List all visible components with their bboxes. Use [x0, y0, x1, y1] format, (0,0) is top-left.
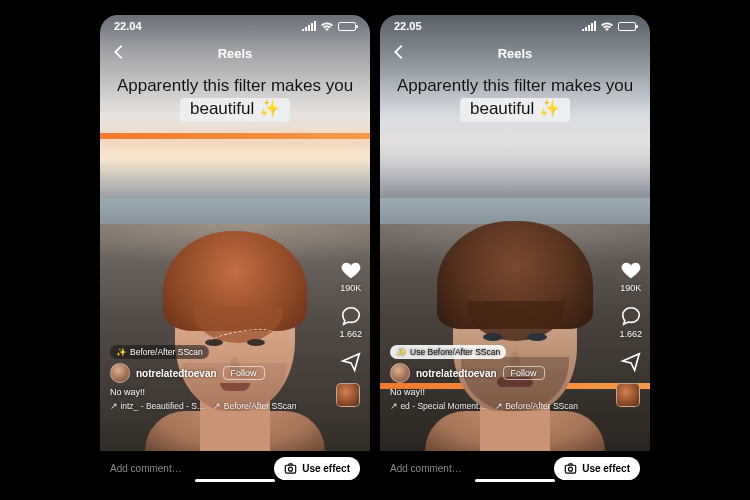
- svg-point-9: [569, 467, 573, 471]
- effect-chip-label: Use Before/After SScan: [410, 347, 500, 357]
- action-rail: 190K 1.662: [339, 259, 362, 391]
- audio-tile[interactable]: [616, 383, 640, 407]
- caption-text: No way!!: [110, 387, 320, 397]
- battery-icon: [338, 22, 356, 31]
- signal-icon: [582, 21, 596, 31]
- like-count: 190K: [620, 283, 641, 293]
- home-indicator[interactable]: [195, 479, 275, 482]
- like-button[interactable]: 190K: [620, 259, 642, 293]
- svg-rect-3: [285, 465, 295, 473]
- use-effect-button[interactable]: Use effect: [274, 457, 360, 480]
- status-right: [302, 21, 356, 31]
- like-count: 190K: [340, 283, 361, 293]
- wifi-icon: [320, 21, 334, 31]
- home-indicator[interactable]: [475, 479, 555, 482]
- phone-screenshot-left: 22.04 Reels Apparently this filter makes…: [100, 15, 370, 485]
- effect-track[interactable]: ↗ Before/After SScan: [213, 401, 296, 411]
- add-comment-input[interactable]: Add comment…: [110, 463, 182, 474]
- reel-viewport[interactable]: Apparently this filter makes you beautif…: [380, 15, 650, 451]
- username[interactable]: notrelatedtoevan: [416, 368, 497, 379]
- caption-pill: beautiful ✨: [460, 98, 570, 121]
- sparkle-icon: ✨: [396, 347, 407, 357]
- back-button[interactable]: [110, 43, 128, 61]
- share-button[interactable]: [620, 351, 642, 373]
- status-bar: 22.05: [380, 15, 650, 37]
- audio-track[interactable]: ↗ intz_ - Beautified - S…: [110, 401, 205, 411]
- comment-count: 1.662: [339, 329, 362, 339]
- wifi-icon: [600, 21, 614, 31]
- reel-metadata: ✨ Use Before/After SScan notrelatedtoeva…: [390, 345, 600, 411]
- comment-button[interactable]: 1.662: [339, 305, 362, 339]
- follow-button[interactable]: Follow: [223, 366, 265, 380]
- use-effect-label: Use effect: [302, 463, 350, 474]
- status-time: 22.04: [114, 20, 142, 32]
- caption-line1: Apparently this filter makes you: [117, 76, 353, 95]
- comment-count: 1.662: [619, 329, 642, 339]
- effect-track[interactable]: ↗ Before/After SScan: [495, 401, 578, 411]
- caption-text: No way!!: [390, 387, 600, 397]
- avatar[interactable]: [110, 363, 130, 383]
- audio-track[interactable]: ↗ ed - Special Moment…: [390, 401, 487, 411]
- overlay-caption: Apparently this filter makes you beautif…: [108, 75, 362, 122]
- camera-icon: [284, 462, 297, 475]
- username[interactable]: notrelatedtoevan: [136, 368, 217, 379]
- reel-viewport[interactable]: Apparently this filter makes you beautif…: [100, 15, 370, 451]
- signal-icon: [302, 21, 316, 31]
- effect-chip[interactable]: ✨ Use Before/After SScan: [390, 345, 506, 359]
- overlay-caption: Apparently this filter makes you beautif…: [388, 75, 642, 122]
- camera-icon: [564, 462, 577, 475]
- header: Reels: [100, 39, 370, 67]
- battery-icon: [618, 22, 636, 31]
- comment-button[interactable]: 1.662: [619, 305, 642, 339]
- phone-screenshot-right: 22.05 Reels Apparently this filter makes…: [380, 15, 650, 485]
- caption-pill: beautiful ✨: [180, 98, 290, 121]
- header-title: Reels: [498, 46, 533, 61]
- avatar[interactable]: [390, 363, 410, 383]
- follow-button[interactable]: Follow: [503, 366, 545, 380]
- reel-metadata: ✨ Before/After SScan notrelatedtoevan Fo…: [110, 345, 320, 411]
- header: Reels: [380, 39, 650, 67]
- effect-chip-label: Before/After SScan: [130, 347, 203, 357]
- use-effect-label: Use effect: [582, 463, 630, 474]
- status-time: 22.05: [394, 20, 422, 32]
- action-rail: 190K 1.662: [619, 259, 642, 391]
- svg-point-4: [289, 467, 293, 471]
- header-title: Reels: [218, 46, 253, 61]
- sparkle-icon: ✨: [116, 347, 127, 357]
- audio-tile[interactable]: [336, 383, 360, 407]
- caption-line1: Apparently this filter makes you: [397, 76, 633, 95]
- share-button[interactable]: [340, 351, 362, 373]
- progress-bar: [100, 133, 370, 139]
- status-bar: 22.04: [100, 15, 370, 37]
- use-effect-button[interactable]: Use effect: [554, 457, 640, 480]
- status-right: [582, 21, 636, 31]
- effect-chip[interactable]: ✨ Before/After SScan: [110, 345, 209, 359]
- like-button[interactable]: 190K: [340, 259, 362, 293]
- add-comment-input[interactable]: Add comment…: [390, 463, 462, 474]
- svg-rect-8: [565, 465, 575, 473]
- back-button[interactable]: [390, 43, 408, 61]
